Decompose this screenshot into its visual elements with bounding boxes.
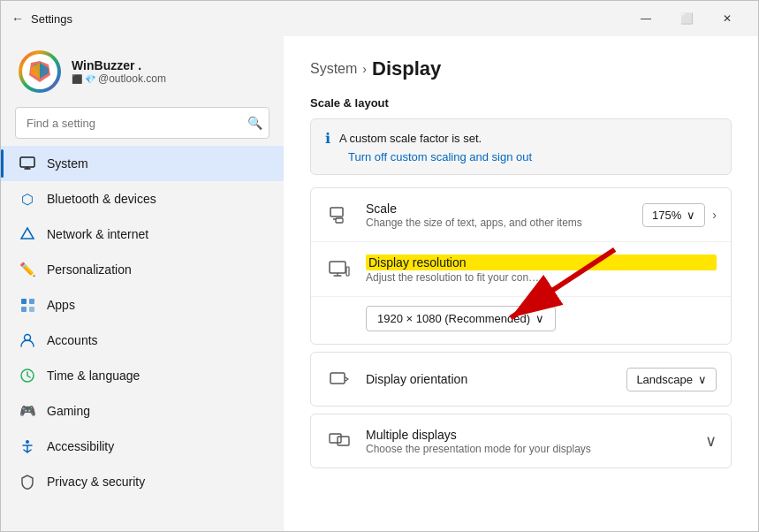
sidebar-item-apps[interactable]: Apps: [1, 287, 284, 323]
breadcrumb-system: System: [310, 61, 357, 77]
multiple-displays-row: Multiple displays Choose the presentatio…: [311, 414, 731, 467]
display-resolution-label: Display resolution: [366, 255, 717, 270]
sidebar-item-time-label: Time & language: [47, 369, 140, 383]
sidebar: WinBuzzer . ⬛💎@outlook.com 🔍: [1, 36, 284, 531]
scale-chevron-right: ›: [712, 208, 717, 222]
privacy-icon: [19, 473, 36, 490]
display-resolution-icon: [325, 255, 353, 284]
app-body: WinBuzzer . ⬛💎@outlook.com 🔍: [1, 36, 758, 531]
info-banner-row: ℹ A custom scale factor is set.: [325, 130, 717, 147]
svg-rect-17: [346, 267, 349, 276]
gaming-icon: 🎮: [19, 402, 36, 420]
sidebar-item-privacy-label: Privacy & security: [47, 475, 145, 489]
breadcrumb-current: Display: [372, 57, 441, 80]
user-section: WinBuzzer . ⬛💎@outlook.com: [1, 36, 284, 103]
scale-chevron-down: ∨: [687, 209, 695, 222]
display-resolution-desc: Adjust the resolution to fit your connec…: [366, 271, 543, 284]
multiple-displays-label: Multiple displays: [366, 428, 693, 442]
scale-icon: [325, 201, 353, 229]
multiple-displays-desc: Choose the presentation mode for your di…: [366, 443, 693, 455]
svg-rect-6: [21, 307, 27, 312]
scale-setting-row: Scale Change the size of text, apps, and…: [311, 188, 731, 242]
sidebar-item-personalization[interactable]: ✏️ Personalization: [1, 252, 284, 287]
scale-dropdown[interactable]: 175% ∨: [642, 203, 705, 227]
orientation-row: Display orientation Landscape ∨: [311, 353, 731, 406]
content-area: System › Display Scale & layout ℹ A cust…: [284, 36, 758, 531]
svg-rect-5: [29, 299, 34, 304]
resolution-chevron-down: ∨: [535, 312, 544, 325]
scale-layout-card: Scale Change the size of text, apps, and…: [310, 187, 732, 345]
orientation-control: Landscape ∨: [626, 368, 717, 391]
scale-label: Scale: [366, 201, 630, 216]
scale-value: 175%: [652, 209, 681, 222]
user-info: WinBuzzer . ⬛💎@outlook.com: [72, 58, 166, 85]
info-banner-text: A custom scale factor is set.: [339, 132, 482, 145]
apps-icon: [19, 296, 36, 314]
resolution-dropdown[interactable]: 1920 × 1080 (Recommended) ∨: [366, 306, 556, 331]
scale-control: 175% ∨ ›: [642, 203, 717, 227]
search-input[interactable]: [15, 107, 269, 139]
maximize-button[interactable]: ⬜: [666, 4, 707, 33]
orientation-icon: [325, 365, 353, 393]
sidebar-item-gaming[interactable]: 🎮 Gaming: [1, 393, 284, 429]
scale-desc: Change the size of text, apps, and other…: [366, 217, 630, 229]
search-box: 🔍: [15, 107, 269, 139]
svg-rect-18: [330, 373, 345, 384]
resolution-value: 1920 × 1080 (Recommended): [377, 312, 530, 325]
display-resolution-row: Display resolution Adjust the resolution…: [311, 242, 731, 297]
svg-point-10: [26, 440, 29, 444]
orientation-label: Display orientation: [366, 372, 614, 386]
avatar-icon: [27, 59, 52, 84]
user-email: ⬛💎@outlook.com: [72, 72, 166, 85]
multiple-displays-icon: [325, 427, 353, 455]
sidebar-item-time[interactable]: Time & language: [1, 358, 284, 393]
accessibility-icon: [19, 437, 36, 455]
multiple-displays-card: Multiple displays Choose the presentatio…: [310, 414, 732, 468]
orientation-dropdown[interactable]: Landscape ∨: [626, 368, 717, 391]
svg-rect-19: [330, 434, 341, 443]
sidebar-item-bluetooth-label: Bluetooth & devices: [47, 192, 156, 206]
resolution-dropdown-row: 1920 × 1080 (Recommended) ∨: [311, 297, 731, 344]
sidebar-item-accounts-label: Accounts: [47, 333, 98, 347]
custom-scaling-link[interactable]: Turn off custom scaling and sign out: [325, 150, 717, 163]
multiple-displays-control: ∨: [705, 431, 717, 451]
svg-rect-12: [336, 218, 343, 223]
orientation-chevron-down: ∨: [698, 373, 707, 386]
system-icon: [19, 155, 36, 172]
breadcrumb-separator: ›: [362, 62, 367, 76]
sidebar-item-accessibility-label: Accessibility: [47, 439, 114, 453]
svg-rect-14: [330, 262, 345, 273]
window-controls: — ⬜ ✕: [626, 4, 748, 33]
orientation-info: Display orientation: [366, 372, 614, 386]
search-icon: 🔍: [247, 116, 262, 130]
info-icon: ℹ: [325, 130, 330, 147]
close-button[interactable]: ✕: [707, 4, 748, 33]
sidebar-item-accounts[interactable]: Accounts: [1, 323, 284, 358]
svg-rect-4: [21, 299, 27, 304]
sidebar-item-bluetooth[interactable]: ⬡ Bluetooth & devices: [1, 181, 284, 217]
settings-window: ← Settings — ⬜ ✕: [0, 0, 759, 532]
avatar: [19, 50, 61, 93]
display-resolution-info: Display resolution Adjust the resolution…: [366, 255, 717, 284]
svg-rect-0: [20, 157, 34, 167]
svg-rect-11: [330, 208, 343, 217]
svg-rect-7: [29, 307, 34, 312]
breadcrumb: System › Display: [310, 57, 732, 80]
sidebar-item-system-label: System: [47, 156, 88, 171]
info-banner: ℹ A custom scale factor is set. Turn off…: [310, 118, 732, 175]
orientation-card: Display orientation Landscape ∨: [310, 352, 732, 407]
window-title: Settings: [31, 12, 72, 26]
scale-info: Scale Change the size of text, apps, and…: [366, 201, 630, 229]
section-title: Scale & layout: [310, 96, 732, 110]
nav-list: System ⬡ Bluetooth & devices Network & i…: [1, 146, 284, 524]
svg-marker-3: [21, 228, 34, 239]
sidebar-item-network[interactable]: Network & internet: [1, 217, 284, 252]
personalization-icon: ✏️: [19, 261, 36, 278]
sidebar-item-system[interactable]: System: [1, 146, 284, 181]
multiple-displays-chevron: ∨: [705, 431, 717, 451]
sidebar-item-accessibility[interactable]: Accessibility: [1, 429, 284, 464]
sidebar-item-privacy[interactable]: Privacy & security: [1, 464, 284, 499]
back-button[interactable]: ←: [11, 11, 24, 26]
minimize-button[interactable]: —: [626, 4, 666, 33]
bluetooth-icon: ⬡: [19, 190, 36, 208]
